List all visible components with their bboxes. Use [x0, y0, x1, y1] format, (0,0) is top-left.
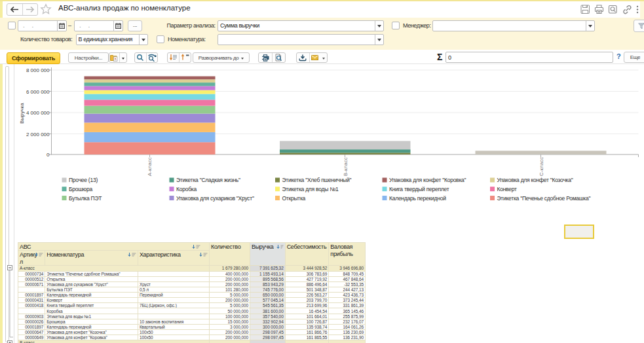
- svg-text:Бутылка ПЭТ: Бутылка ПЭТ: [69, 195, 102, 202]
- svg-text:Упаковка для сухариков "Хруст": Упаковка для сухариков "Хруст": [176, 195, 254, 202]
- svg-text:Конверт: Конверт: [497, 186, 518, 192]
- svg-text:2 000 000: 2 000 000: [26, 132, 50, 137]
- svg-text:Прочее (13): Прочее (13): [69, 177, 98, 183]
- svg-text:Календарь перекидной: Календарь перекидной: [389, 195, 446, 202]
- svg-text:Этикетка "Печенье сдобное Рома: Этикетка "Печенье сдобное Ромашка": [497, 195, 591, 202]
- svg-text:Этикетка "Хлеб пшеничный": Этикетка "Хлеб пшеничный": [282, 177, 352, 183]
- svg-text:0: 0: [47, 152, 50, 158]
- svg-text:Этикетка "Сладкая жизнь": Этикетка "Сладкая жизнь": [176, 177, 240, 183]
- svg-text:Брошюра: Брошюра: [69, 186, 92, 192]
- svg-text:Этикетка для воды №1: Этикетка для воды №1: [282, 186, 339, 192]
- svg-text:6 000 000: 6 000 000: [26, 89, 50, 95]
- svg-text:Книга твердый переплет: Книга твердый переплет: [389, 186, 449, 192]
- svg-text:С-класс: С-класс: [539, 157, 544, 176]
- svg-text:Выручка: Выручка: [19, 103, 25, 124]
- svg-text:Упаковка для конфет "Козочка": Упаковка для конфет "Козочка": [497, 177, 573, 183]
- svg-text:Открытка: Открытка: [282, 195, 306, 202]
- svg-text:А-класс: А-класс: [147, 157, 153, 176]
- svg-text:8 000 000: 8 000 000: [26, 67, 50, 73]
- svg-text:В-класс: В-класс: [343, 157, 349, 176]
- svg-text:Упаковка для конфет "Коровка": Упаковка для конфет "Коровка": [389, 177, 466, 183]
- svg-text:Коробка: Коробка: [176, 186, 197, 192]
- svg-text:4 000 000: 4 000 000: [26, 110, 50, 116]
